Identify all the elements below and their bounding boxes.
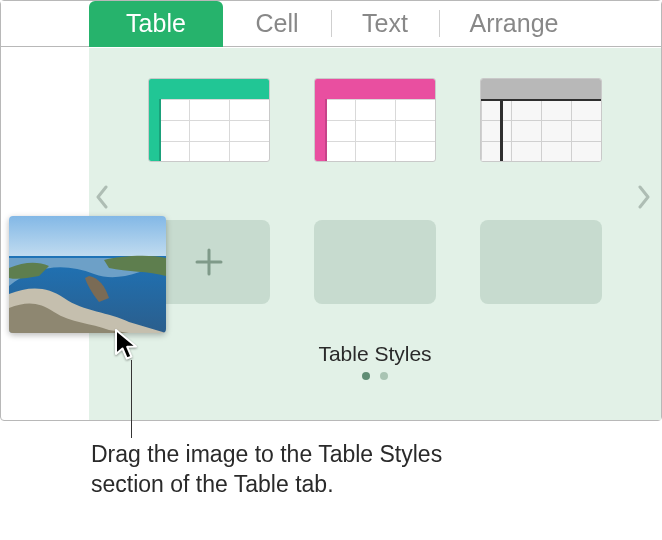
table-style-slot-empty	[314, 220, 436, 304]
pointer-cursor-icon	[114, 328, 140, 366]
table-styles-row	[89, 78, 661, 162]
tab-table[interactable]: Table	[89, 1, 223, 47]
chevron-left-icon[interactable]	[95, 184, 109, 216]
table-styles-section-label: Table Styles	[89, 342, 661, 366]
dragged-image[interactable]	[9, 216, 166, 333]
tab-text[interactable]: Text	[331, 1, 439, 46]
table-styles-pager	[89, 372, 661, 380]
table-style-teal[interactable]	[148, 78, 270, 162]
table-style-pink[interactable]	[314, 78, 436, 162]
pager-dot[interactable]	[380, 372, 388, 380]
table-style-slot-empty	[480, 220, 602, 304]
table-styles-slots	[89, 220, 661, 304]
tab-cell[interactable]: Cell	[223, 1, 331, 46]
callout-text: Drag the image to the Table Styles secti…	[91, 440, 521, 500]
table-style-gray[interactable]	[480, 78, 602, 162]
pager-dot[interactable]	[362, 372, 370, 380]
add-table-style-button[interactable]	[148, 220, 270, 304]
tab-arrange[interactable]: Arrange	[439, 1, 589, 46]
format-tabs: Table Cell Text Arrange	[1, 1, 661, 47]
callout-leader-line	[131, 360, 132, 438]
chevron-right-icon[interactable]	[637, 184, 651, 216]
table-panel: Table Styles	[89, 48, 661, 420]
inspector-window: Table Cell Text Arrange	[0, 0, 662, 421]
